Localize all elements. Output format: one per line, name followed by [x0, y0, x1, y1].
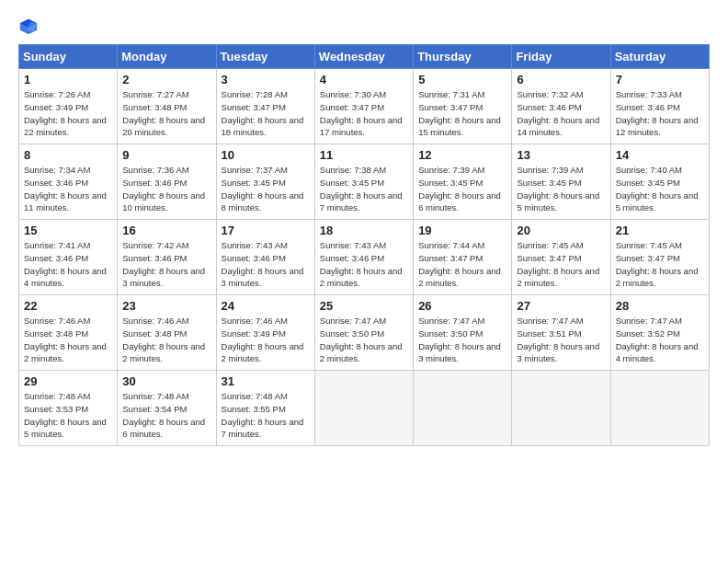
cell-info: Sunrise: 7:33 AMSunset: 3:46 PMDaylight:… [616, 88, 704, 139]
cell-info: Sunrise: 7:28 AMSunset: 3:47 PMDaylight:… [222, 88, 310, 139]
calendar-cell: 7Sunrise: 7:33 AMSunset: 3:46 PMDaylight… [610, 69, 709, 144]
cell-info: Sunrise: 7:30 AMSunset: 3:47 PMDaylight:… [320, 88, 408, 139]
cell-info: Sunrise: 7:32 AMSunset: 3:46 PMDaylight:… [517, 88, 605, 139]
calendar-cell: 16Sunrise: 7:42 AMSunset: 3:46 PMDayligh… [118, 220, 216, 295]
week-row-3: 22Sunrise: 7:46 AMSunset: 3:48 PMDayligh… [19, 295, 710, 371]
cell-info: Sunrise: 7:38 AMSunset: 3:45 PMDaylight:… [320, 164, 408, 214]
cell-info: Sunrise: 7:47 AMSunset: 3:50 PMDaylight:… [418, 315, 506, 365]
calendar-cell: 29Sunrise: 7:48 AMSunset: 3:53 PMDayligh… [19, 371, 118, 446]
day-number: 25 [320, 299, 408, 313]
day-number: 2 [122, 73, 210, 86]
cell-info: Sunrise: 7:39 AMSunset: 3:45 PMDaylight:… [517, 164, 605, 214]
day-number: 4 [320, 73, 408, 86]
cell-info: Sunrise: 7:48 AMSunset: 3:55 PMDaylight:… [222, 390, 310, 441]
calendar: SundayMondayTuesdayWednesdayThursdayFrid… [18, 44, 710, 446]
calendar-cell: 11Sunrise: 7:38 AMSunset: 3:45 PMDayligh… [314, 144, 413, 220]
cell-info: Sunrise: 7:39 AMSunset: 3:45 PMDaylight:… [418, 164, 506, 214]
day-number: 5 [418, 73, 506, 86]
calendar-cell: 9Sunrise: 7:36 AMSunset: 3:46 PMDaylight… [118, 144, 216, 220]
day-number: 23 [122, 299, 210, 313]
calendar-cell: 14Sunrise: 7:40 AMSunset: 3:45 PMDayligh… [610, 144, 709, 220]
cell-info: Sunrise: 7:47 AMSunset: 3:51 PMDaylight:… [517, 315, 605, 365]
cell-info: Sunrise: 7:48 AMSunset: 3:53 PMDaylight:… [24, 390, 112, 441]
cell-info: Sunrise: 7:42 AMSunset: 3:46 PMDaylight:… [122, 239, 210, 290]
calendar-cell: 12Sunrise: 7:39 AMSunset: 3:45 PMDayligh… [414, 144, 512, 220]
calendar-cell: 6Sunrise: 7:32 AMSunset: 3:46 PMDaylight… [512, 69, 610, 144]
cell-info: Sunrise: 7:46 AMSunset: 3:49 PMDaylight:… [222, 315, 310, 365]
calendar-cell: 3Sunrise: 7:28 AMSunset: 3:47 PMDaylight… [216, 69, 314, 144]
day-number: 20 [517, 224, 605, 237]
calendar-cell: 30Sunrise: 7:48 AMSunset: 3:54 PMDayligh… [118, 371, 216, 446]
day-number: 14 [616, 148, 704, 162]
calendar-cell: 5Sunrise: 7:31 AMSunset: 3:47 PMDaylight… [414, 69, 512, 144]
day-number: 7 [616, 73, 704, 86]
calendar-cell: 2Sunrise: 7:27 AMSunset: 3:48 PMDaylight… [118, 69, 216, 144]
cell-info: Sunrise: 7:31 AMSunset: 3:47 PMDaylight:… [418, 88, 506, 139]
cell-info: Sunrise: 7:34 AMSunset: 3:46 PMDaylight:… [24, 164, 112, 214]
day-number: 10 [222, 148, 310, 162]
day-number: 13 [517, 148, 605, 162]
week-row-2: 15Sunrise: 7:41 AMSunset: 3:46 PMDayligh… [19, 220, 710, 295]
calendar-cell: 31Sunrise: 7:48 AMSunset: 3:55 PMDayligh… [216, 371, 314, 446]
logo [18, 17, 42, 37]
cell-info: Sunrise: 7:46 AMSunset: 3:48 PMDaylight:… [24, 315, 112, 365]
calendar-cell: 23Sunrise: 7:46 AMSunset: 3:48 PMDayligh… [118, 295, 216, 371]
logo-icon [18, 17, 39, 37]
calendar-cell: 1Sunrise: 7:26 AMSunset: 3:49 PMDaylight… [19, 69, 118, 144]
calendar-cell: 27Sunrise: 7:47 AMSunset: 3:51 PMDayligh… [512, 295, 610, 371]
calendar-cell: 22Sunrise: 7:46 AMSunset: 3:48 PMDayligh… [19, 295, 118, 371]
weekday-friday: Friday [512, 45, 610, 69]
cell-info: Sunrise: 7:26 AMSunset: 3:49 PMDaylight:… [24, 88, 112, 139]
calendar-cell [314, 371, 413, 446]
calendar-cell: 15Sunrise: 7:41 AMSunset: 3:46 PMDayligh… [19, 220, 118, 295]
day-number: 8 [24, 148, 112, 162]
cell-info: Sunrise: 7:46 AMSunset: 3:48 PMDaylight:… [122, 315, 210, 365]
day-number: 17 [222, 224, 310, 237]
day-number: 22 [24, 299, 112, 313]
weekday-monday: Monday [118, 45, 216, 69]
day-number: 21 [616, 224, 704, 237]
weekday-wednesday: Wednesday [314, 45, 413, 69]
day-number: 27 [517, 299, 605, 313]
calendar-cell: 18Sunrise: 7:43 AMSunset: 3:46 PMDayligh… [314, 220, 413, 295]
cell-info: Sunrise: 7:45 AMSunset: 3:47 PMDaylight:… [616, 239, 704, 290]
cell-info: Sunrise: 7:45 AMSunset: 3:47 PMDaylight:… [517, 239, 605, 290]
page: SundayMondayTuesdayWednesdayThursdayFrid… [0, 0, 728, 563]
calendar-cell [414, 371, 512, 446]
day-number: 12 [418, 148, 506, 162]
cell-info: Sunrise: 7:36 AMSunset: 3:46 PMDaylight:… [122, 164, 210, 214]
calendar-cell: 17Sunrise: 7:43 AMSunset: 3:46 PMDayligh… [216, 220, 314, 295]
calendar-cell: 26Sunrise: 7:47 AMSunset: 3:50 PMDayligh… [414, 295, 512, 371]
day-number: 19 [418, 224, 506, 237]
day-number: 16 [122, 224, 210, 237]
header [18, 17, 710, 37]
cell-info: Sunrise: 7:41 AMSunset: 3:46 PMDaylight:… [24, 239, 112, 290]
cell-info: Sunrise: 7:47 AMSunset: 3:52 PMDaylight:… [616, 315, 704, 365]
cell-info: Sunrise: 7:47 AMSunset: 3:50 PMDaylight:… [320, 315, 408, 365]
day-number: 28 [616, 299, 704, 313]
day-number: 26 [418, 299, 506, 313]
weekday-thursday: Thursday [414, 45, 512, 69]
day-number: 3 [222, 73, 310, 86]
weekday-header-row: SundayMondayTuesdayWednesdayThursdayFrid… [19, 45, 710, 69]
day-number: 11 [320, 148, 408, 162]
calendar-cell: 20Sunrise: 7:45 AMSunset: 3:47 PMDayligh… [512, 220, 610, 295]
calendar-cell: 25Sunrise: 7:47 AMSunset: 3:50 PMDayligh… [314, 295, 413, 371]
day-number: 24 [222, 299, 310, 313]
weekday-sunday: Sunday [19, 45, 118, 69]
day-number: 9 [122, 148, 210, 162]
cell-info: Sunrise: 7:43 AMSunset: 3:46 PMDaylight:… [222, 239, 310, 290]
calendar-cell: 21Sunrise: 7:45 AMSunset: 3:47 PMDayligh… [610, 220, 709, 295]
day-number: 15 [24, 224, 112, 237]
weekday-saturday: Saturday [610, 45, 709, 69]
cell-info: Sunrise: 7:48 AMSunset: 3:54 PMDaylight:… [122, 390, 210, 441]
calendar-cell: 10Sunrise: 7:37 AMSunset: 3:45 PMDayligh… [216, 144, 314, 220]
calendar-cell: 13Sunrise: 7:39 AMSunset: 3:45 PMDayligh… [512, 144, 610, 220]
day-number: 31 [222, 374, 310, 388]
week-row-1: 8Sunrise: 7:34 AMSunset: 3:46 PMDaylight… [19, 144, 710, 220]
cell-info: Sunrise: 7:44 AMSunset: 3:47 PMDaylight:… [418, 239, 506, 290]
week-row-4: 29Sunrise: 7:48 AMSunset: 3:53 PMDayligh… [19, 371, 710, 446]
calendar-cell [610, 371, 709, 446]
day-number: 29 [24, 374, 112, 388]
calendar-cell [512, 371, 610, 446]
